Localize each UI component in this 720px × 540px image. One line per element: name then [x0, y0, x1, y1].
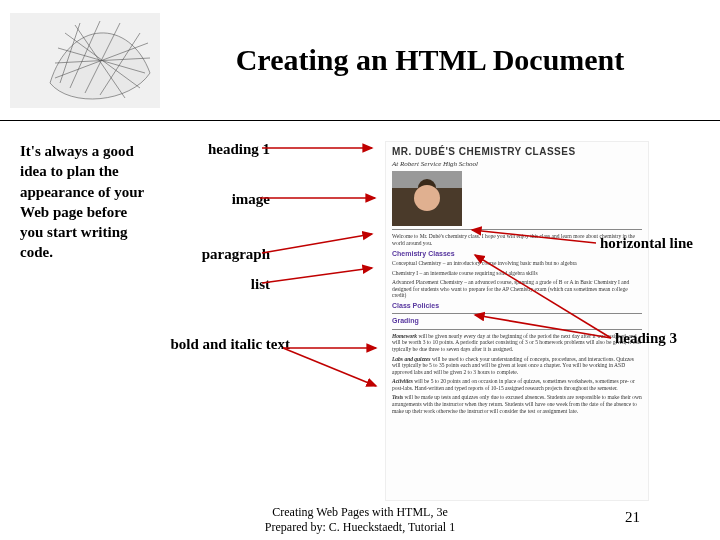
label-paragraph: paragraph: [202, 246, 270, 263]
label-image: image: [232, 191, 270, 208]
preview-portrait-image: [392, 171, 462, 226]
preview-hr: [392, 313, 642, 314]
label-horizontal-line: horizontal line: [600, 235, 693, 252]
footer-line2: Prepared by: C. Hueckstaedt, Tutorial 1: [0, 520, 720, 534]
preview-policy-item: Homework will be given nearly every day …: [392, 333, 642, 353]
page-number: 21: [625, 509, 640, 526]
label-heading1: heading 1: [208, 141, 270, 158]
preview-list-item: Advanced Placement Chemistry – an advanc…: [392, 279, 642, 299]
footer-line1: Creating Web Pages with HTML, 3e: [0, 505, 720, 519]
preview-hr: [392, 229, 642, 230]
webpage-preview: MR. DUBÉ'S CHEMISTRY CLASSES At Robert S…: [385, 141, 649, 501]
intro-paragraph: It's always a good idea to plan the appe…: [20, 141, 160, 501]
preview-policy-item: Activities will be 5 to 20 points and on…: [392, 378, 642, 391]
slide-title: Creating an HTML Document: [160, 43, 700, 77]
slide-footer: Creating Web Pages with HTML, 3e Prepare…: [0, 505, 720, 534]
preview-policy-item: Tests will be made up tests and quizzes …: [392, 394, 642, 414]
preview-hr: [392, 329, 642, 330]
preview-policy-item: Labs and quizzes will be used to check y…: [392, 356, 642, 376]
preview-list-item: Chemistry I – an intermediate course req…: [392, 270, 642, 277]
preview-h1: MR. DUBÉ'S CHEMISTRY CLASSES: [392, 146, 642, 158]
callout-labels-left: heading 1 image paragraph list bold and …: [160, 141, 270, 501]
preview-list-item: Conceptual Chemistry – an introductory c…: [392, 260, 642, 267]
label-list: list: [251, 276, 270, 293]
label-bold-italic: bold and italic text: [170, 336, 290, 353]
label-heading3: heading 3: [615, 330, 677, 347]
header-decorative-image: [10, 13, 160, 108]
preview-sec-grading: Grading: [392, 317, 642, 325]
preview-sec-policies: Class Policies: [392, 302, 642, 310]
preview-subtitle: At Robert Service High School: [392, 160, 642, 168]
